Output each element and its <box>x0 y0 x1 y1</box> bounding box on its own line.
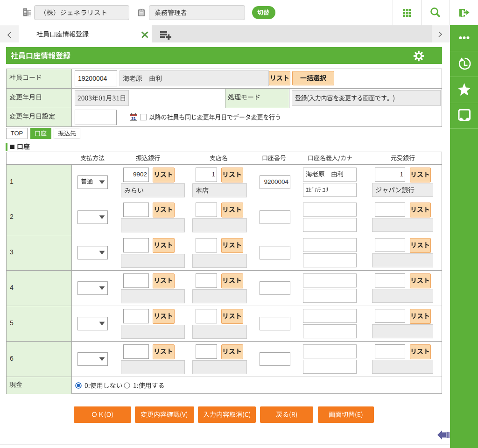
svg-text:31: 31 <box>131 116 136 121</box>
